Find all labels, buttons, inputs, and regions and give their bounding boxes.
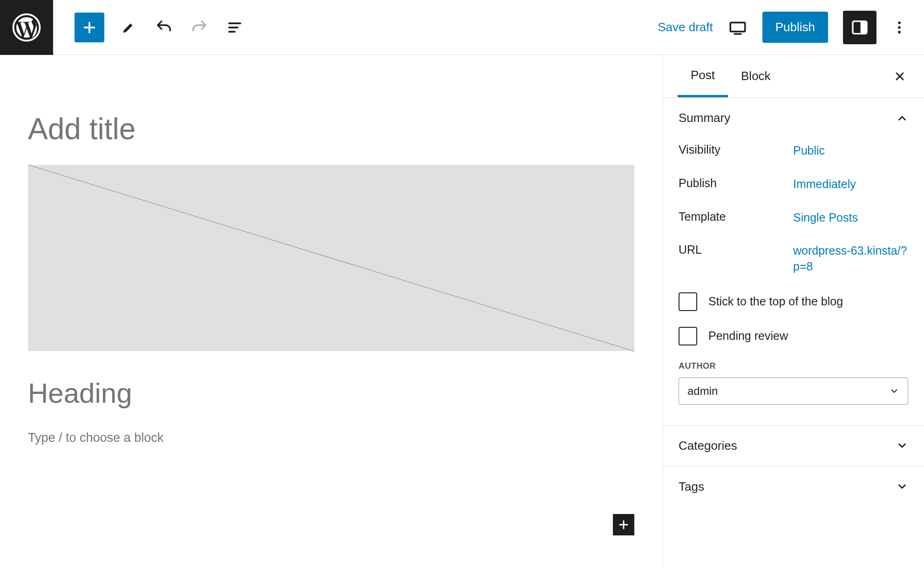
paragraph-block-placeholder[interactable]: Type / to choose a block: [28, 431, 634, 445]
svg-point-4: [898, 21, 901, 24]
panel-summary-title: Summary: [679, 111, 730, 125]
image-block-placeholder[interactable]: [28, 165, 634, 351]
wordpress-logo[interactable]: [0, 0, 53, 55]
svg-rect-1: [730, 22, 745, 31]
panel-categories-title: Categories: [679, 439, 737, 453]
chevron-down-icon: [889, 386, 899, 396]
close-sidebar-button[interactable]: [890, 67, 909, 86]
undo-icon: [155, 18, 173, 37]
topbar-right-actions: Save draft Publish: [658, 11, 924, 44]
save-draft-button[interactable]: Save draft: [658, 20, 713, 34]
summary-rows: Visibility Public Publish Immediately Te…: [679, 125, 908, 405]
url-label: URL: [679, 243, 793, 275]
panel-summary-toggle[interactable]: Summary: [679, 111, 908, 125]
placeholder-diagonal-icon: [28, 165, 634, 352]
panel-tags-toggle[interactable]: Tags: [679, 480, 908, 494]
summary-template-row: Template Single Posts: [679, 210, 908, 226]
pending-checkbox-row: Pending review: [679, 327, 908, 345]
document-overview-button[interactable]: [224, 16, 246, 39]
post-title-input[interactable]: Add title: [28, 112, 634, 146]
sticky-label: Stick to the top of the blog: [708, 295, 843, 308]
preview-button[interactable]: [728, 18, 747, 37]
chevron-up-icon: [896, 112, 908, 124]
author-heading: AUTHOR: [679, 361, 908, 371]
author-select[interactable]: admin: [679, 378, 908, 405]
redo-button[interactable]: [188, 16, 211, 39]
svg-point-5: [898, 26, 901, 29]
panel-categories: Categories: [663, 426, 924, 467]
svg-line-7: [28, 165, 634, 352]
chevron-down-icon: [896, 480, 908, 493]
close-icon: [893, 70, 906, 83]
topbar-left-tools: [53, 13, 246, 42]
block-editor-canvas: Add title Heading Type / to choose a blo…: [0, 55, 662, 568]
chevron-down-icon: [896, 440, 908, 452]
publish-button[interactable]: Publish: [762, 12, 828, 43]
pending-review-label: Pending review: [708, 329, 788, 343]
inline-add-block-button[interactable]: [613, 514, 634, 535]
plus-icon: [81, 19, 98, 36]
dots-vertical-icon: [891, 20, 907, 35]
visibility-value[interactable]: Public: [793, 143, 908, 159]
add-block-button[interactable]: [75, 13, 104, 42]
tools-button[interactable]: [117, 16, 140, 39]
workspace: Add title Heading Type / to choose a blo…: [0, 55, 924, 568]
sidebar-tabs: Post Block: [663, 55, 924, 98]
visibility-label: Visibility: [679, 143, 793, 159]
pencil-icon: [121, 20, 136, 35]
svg-rect-3: [861, 21, 867, 34]
desktop-icon: [728, 18, 747, 37]
sidebar-icon: [850, 18, 869, 37]
pending-review-checkbox[interactable]: [679, 327, 697, 345]
sticky-checkbox-row: Stick to the top of the blog: [679, 292, 908, 311]
summary-url-row: URL wordpress-63.kinsta/?p=8: [679, 243, 908, 275]
sticky-checkbox[interactable]: [679, 292, 697, 311]
tab-block[interactable]: Block: [728, 55, 784, 97]
summary-visibility-row: Visibility Public: [679, 143, 908, 159]
heading-block-placeholder[interactable]: Heading: [28, 377, 634, 409]
url-value[interactable]: wordpress-63.kinsta/?p=8: [793, 243, 908, 275]
settings-sidebar-toggle[interactable]: [843, 11, 876, 44]
template-value[interactable]: Single Posts: [793, 210, 908, 226]
undo-button[interactable]: [153, 16, 175, 39]
tab-post[interactable]: Post: [678, 55, 728, 97]
publish-value[interactable]: Immediately: [793, 176, 908, 192]
panel-tags: Tags: [663, 467, 924, 507]
editor-topbar: Save draft Publish: [0, 0, 924, 55]
summary-publish-row: Publish Immediately: [679, 176, 908, 192]
list-icon: [226, 19, 243, 36]
template-label: Template: [679, 210, 793, 226]
settings-sidebar: Post Block Summary Visibility Public Pub…: [662, 55, 924, 568]
panel-summary: Summary Visibility Public Publish Immedi…: [663, 98, 924, 426]
svg-point-6: [898, 31, 901, 34]
more-options-button[interactable]: [891, 20, 907, 35]
panel-categories-toggle[interactable]: Categories: [679, 439, 908, 453]
plus-icon: [617, 518, 630, 531]
publish-label: Publish: [679, 176, 793, 192]
redo-icon: [190, 18, 209, 37]
wordpress-icon: [12, 13, 41, 42]
panel-tags-title: Tags: [679, 480, 704, 494]
author-selected-value: admin: [687, 385, 718, 398]
